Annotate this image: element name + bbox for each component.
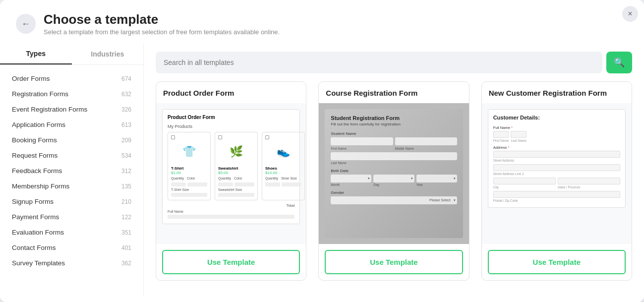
template-card-new-customer: New Customer Registration Form Customer … (481, 81, 632, 281)
sidebar-item-count: 326 (121, 106, 131, 113)
sidebar-item[interactable]: Request Forms534 (0, 148, 143, 163)
sidebar-item-label: Evaluation Forms (12, 229, 64, 236)
sidebar-item-count: 613 (121, 121, 131, 128)
sidebar-item-label: Contact Forms (12, 244, 56, 251)
sidebar-item-count: 209 (121, 137, 131, 144)
sidebar-item-label: Order Forms (12, 75, 50, 82)
sidebar-list: Order Forms674Registration Forms632Event… (0, 65, 143, 296)
sidebar-item-label: Payment Forms (12, 213, 59, 221)
sidebar-item[interactable]: Survey Templates362 (0, 255, 143, 271)
template-chooser-modal: × ← Choose a template Select a template … (0, 0, 644, 302)
sidebar-item[interactable]: Signup Forms210 (0, 194, 143, 209)
template-card-product-order: Product Order Form Product Order Form My… (156, 81, 306, 281)
header-text: Choose a template Select a template from… (44, 12, 280, 36)
close-button[interactable]: × (622, 6, 638, 22)
tab-industries[interactable]: Industries (72, 44, 144, 64)
sidebar-item[interactable]: Feedback Forms312 (0, 163, 143, 179)
tab-types[interactable]: Types (0, 44, 72, 64)
sidebar-tab-bar: Types Industries (0, 44, 143, 65)
templates-grid: Product Order Form Product Order Form My… (156, 81, 632, 281)
use-template-button-2[interactable]: Use Template (325, 250, 463, 274)
use-template-button-3[interactable]: Use Template (488, 250, 626, 274)
sidebar-item-label: Request Forms (12, 152, 58, 159)
template-preview-1: Product Order Form My Products 👕 T-Shirt… (156, 103, 306, 244)
sidebar-item[interactable]: Membership Forms135 (0, 179, 143, 194)
sidebar-item[interactable]: Application Forms613 (0, 117, 143, 132)
template-title-1: Product Order Form (163, 89, 299, 97)
sidebar-item-count: 210 (121, 198, 131, 205)
sidebar-item-label: Signup Forms (12, 198, 54, 205)
sidebar-item-label: Booking Forms (12, 136, 57, 144)
sidebar-item[interactable]: Event Registration Forms326 (0, 102, 143, 117)
use-template-button-1[interactable]: Use Template (162, 250, 300, 274)
main-content: 🔍 Product Order Form Product Order Form … (144, 44, 644, 296)
template-preview-2: Student Registration Form Fill out the f… (319, 103, 468, 244)
sidebar-item-label: Feedback Forms (12, 167, 62, 175)
template-card-course-registration: Course Registration Form Student Registr… (318, 81, 469, 281)
search-bar: 🔍 (144, 44, 644, 81)
sidebar-item-count: 534 (121, 152, 131, 159)
sidebar-item-label: Event Registration Forms (12, 106, 87, 113)
sidebar-item-count: 632 (121, 91, 131, 98)
sidebar-item-label: Registration Forms (12, 90, 68, 98)
template-title-2: Course Registration Form (326, 89, 462, 97)
sidebar-item-count: 362 (121, 260, 131, 267)
sidebar-item-count: 401 (121, 244, 131, 251)
modal-subtitle: Select a template from the largest selec… (44, 28, 280, 36)
sidebar-item-label: Survey Templates (12, 259, 65, 267)
sidebar-item[interactable]: Booking Forms209 (0, 132, 143, 148)
sidebar-item-count: 351 (121, 229, 131, 236)
sidebar-item-count: 135 (121, 183, 131, 190)
sidebar-item-label: Membership Forms (12, 182, 69, 190)
search-icon: 🔍 (614, 57, 625, 68)
modal-body: Types Industries Order Forms674Registrat… (0, 44, 644, 296)
template-title-3: New Customer Registration Form (489, 89, 625, 97)
template-preview-3: Customer Details: Full Name * First Name (482, 103, 632, 244)
search-button[interactable]: 🔍 (606, 52, 632, 73)
sidebar: Types Industries Order Forms674Registrat… (0, 44, 144, 296)
sidebar-item-count: 674 (121, 75, 131, 82)
modal-title: Choose a template (44, 12, 280, 27)
sidebar-item[interactable]: Evaluation Forms351 (0, 225, 143, 240)
sidebar-item-count: 122 (121, 214, 131, 221)
templates-area: Product Order Form Product Order Form My… (144, 81, 644, 296)
search-input[interactable] (156, 52, 602, 73)
close-icon: × (628, 9, 632, 18)
sidebar-item[interactable]: Registration Forms632 (0, 86, 143, 102)
back-button[interactable]: ← (16, 14, 36, 34)
sidebar-item-label: Application Forms (12, 121, 65, 128)
modal-header: ← Choose a template Select a template fr… (0, 0, 644, 44)
back-icon: ← (21, 19, 30, 29)
sidebar-item[interactable]: Contact Forms401 (0, 240, 143, 255)
sidebar-item[interactable]: Payment Forms122 (0, 209, 143, 225)
sidebar-item[interactable]: Order Forms674 (0, 71, 143, 86)
sidebar-item-count: 312 (121, 168, 131, 175)
